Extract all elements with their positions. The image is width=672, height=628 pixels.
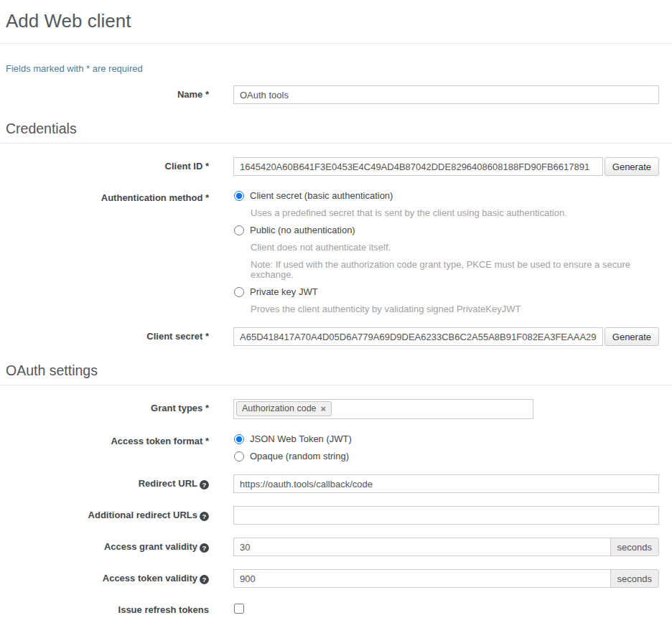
- auth-option-public-help: Client does not authenticate itself.: [251, 243, 659, 253]
- token-format-opaque-label: Opaque (random string): [250, 451, 349, 461]
- auth-option-public-label: Public (no authentication): [250, 225, 355, 235]
- seconds-unit-addon: seconds: [610, 569, 659, 588]
- access-token-format-row: Access token format * JSON Web Token (JW…: [6, 432, 659, 461]
- client-secret-input[interactable]: [233, 327, 603, 346]
- help-icon[interactable]: ?: [200, 512, 209, 521]
- additional-redirect-urls-input[interactable]: [233, 506, 659, 525]
- grant-types-row: Grant types * Authorization code ×: [6, 399, 659, 419]
- name-label: Name *: [6, 85, 209, 100]
- oauth-settings-heading: OAuth settings: [0, 362, 672, 385]
- redirect-url-row: Redirect URL?: [6, 474, 659, 493]
- seconds-unit-addon: seconds: [610, 538, 659, 556]
- help-icon[interactable]: ?: [200, 480, 209, 489]
- access-grant-validity-label: Access grant validity?: [6, 538, 209, 553]
- client-id-label: Client ID *: [6, 157, 209, 172]
- auth-option-client-secret-radio[interactable]: [234, 191, 244, 201]
- token-format-opaque-radio[interactable]: [234, 451, 244, 461]
- access-token-validity-label: Access token validity?: [6, 569, 209, 584]
- additional-redirect-urls-label: Additional redirect URLs?: [6, 506, 209, 521]
- title-divider: [0, 43, 672, 44]
- generate-client-secret-button[interactable]: Generate: [605, 327, 659, 346]
- auth-option-public[interactable]: Public (no authentication): [233, 225, 659, 235]
- client-secret-label: Client secret *: [6, 327, 209, 342]
- auth-option-public-radio[interactable]: [234, 225, 244, 235]
- token-format-jwt-radio[interactable]: [234, 434, 244, 444]
- name-input[interactable]: [233, 85, 659, 104]
- grant-type-tag-label: Authorization code: [242, 403, 317, 414]
- generate-client-id-button[interactable]: Generate: [605, 157, 659, 176]
- issue-refresh-tokens-checkbox[interactable]: [234, 604, 244, 614]
- access-grant-validity-input[interactable]: [233, 538, 610, 556]
- help-icon[interactable]: ?: [200, 543, 209, 553]
- help-icon[interactable]: ?: [200, 575, 209, 584]
- access-token-format-label: Access token format *: [6, 432, 209, 446]
- client-secret-row: Client secret * Generate: [6, 327, 659, 346]
- credentials-heading: Credentials: [0, 121, 672, 144]
- access-token-validity-row: Access token validity? seconds: [6, 569, 659, 588]
- redirect-url-input[interactable]: [233, 474, 659, 493]
- access-grant-validity-row: Access grant validity? seconds: [6, 538, 659, 556]
- auth-option-public-note: Note: If used with the authorization cod…: [251, 260, 659, 280]
- client-id-input[interactable]: [233, 157, 603, 176]
- required-fields-note: Fields marked with * are required: [6, 63, 659, 74]
- grant-types-input[interactable]: Authorization code ×: [233, 399, 533, 419]
- add-web-client-page: Add Web client Fields marked with * are …: [0, 10, 672, 628]
- name-row: Name *: [6, 85, 659, 104]
- auth-option-client-secret-help: Uses a predefined secret that is sent by…: [251, 208, 659, 218]
- redirect-url-label: Redirect URL?: [6, 474, 209, 489]
- token-format-jwt-option[interactable]: JSON Web Token (JWT): [233, 434, 659, 444]
- grant-types-label: Grant types *: [6, 399, 209, 413]
- auth-option-private-key-jwt-label: Private key JWT: [250, 287, 318, 297]
- auth-option-client-secret-label: Client secret (basic authentication): [250, 191, 393, 201]
- issue-refresh-tokens-label: Issue refresh tokens: [6, 601, 209, 615]
- auth-option-private-key-jwt-help: Proves the client authenticity by valida…: [251, 304, 659, 314]
- access-token-validity-input[interactable]: [233, 569, 610, 588]
- remove-tag-icon[interactable]: ×: [321, 404, 327, 413]
- auth-option-client-secret[interactable]: Client secret (basic authentication): [233, 191, 659, 201]
- page-title: Add Web client: [6, 10, 659, 32]
- authentication-method-label: Authentication method *: [6, 189, 209, 203]
- authentication-method-row: Authentication method * Client secret (b…: [6, 189, 659, 314]
- auth-option-private-key-jwt-radio[interactable]: [234, 287, 244, 297]
- auth-option-private-key-jwt[interactable]: Private key JWT: [233, 287, 659, 297]
- grant-type-tag: Authorization code ×: [236, 401, 332, 416]
- additional-redirect-urls-row: Additional redirect URLs?: [6, 506, 659, 525]
- issue-refresh-tokens-row: Issue refresh tokens: [6, 601, 659, 616]
- token-format-opaque-option[interactable]: Opaque (random string): [233, 451, 659, 461]
- token-format-jwt-label: JSON Web Token (JWT): [250, 434, 352, 444]
- client-id-row: Client ID * Generate: [6, 157, 659, 176]
